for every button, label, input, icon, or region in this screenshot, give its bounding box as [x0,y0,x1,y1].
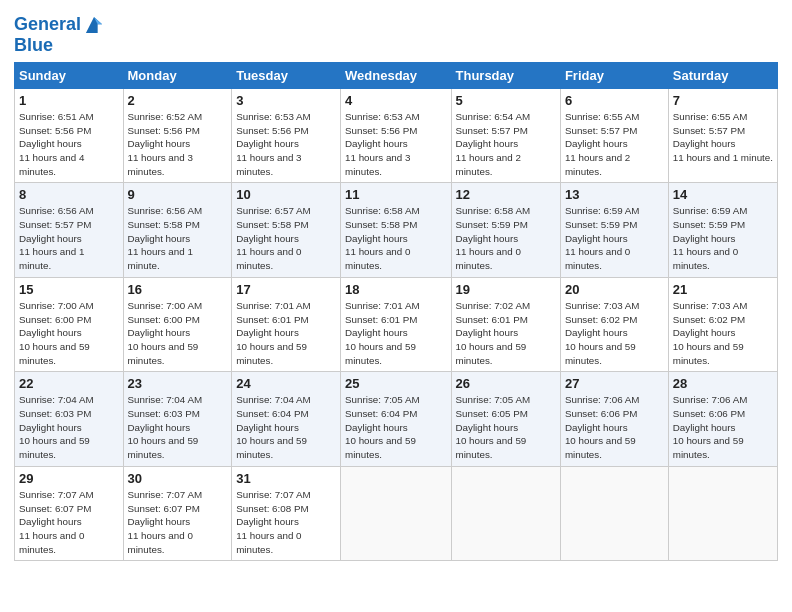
weekday-header-wednesday: Wednesday [341,62,451,88]
day-info: Sunrise: 7:05 AM Sunset: 6:05 PM Dayligh… [456,393,556,462]
calendar-day-7: 7 Sunrise: 6:55 AM Sunset: 5:57 PM Dayli… [668,88,777,183]
calendar-week-4: 22 Sunrise: 7:04 AM Sunset: 6:03 PM Dayl… [15,372,778,467]
day-info: Sunrise: 6:57 AM Sunset: 5:58 PM Dayligh… [236,204,336,273]
day-info: Sunrise: 6:52 AM Sunset: 5:56 PM Dayligh… [128,110,228,179]
calendar-day-21: 21 Sunrise: 7:03 AM Sunset: 6:02 PM Dayl… [668,277,777,372]
empty-cell [668,466,777,561]
day-number: 31 [236,471,336,486]
day-info: Sunrise: 6:54 AM Sunset: 5:57 PM Dayligh… [456,110,556,179]
calendar-day-6: 6 Sunrise: 6:55 AM Sunset: 5:57 PM Dayli… [560,88,668,183]
calendar-day-10: 10 Sunrise: 6:57 AM Sunset: 5:58 PM Dayl… [232,183,341,278]
calendar-day-28: 28 Sunrise: 7:06 AM Sunset: 6:06 PM Dayl… [668,372,777,467]
day-number: 27 [565,376,664,391]
day-number: 16 [128,282,228,297]
empty-cell [341,466,451,561]
calendar-day-17: 17 Sunrise: 7:01 AM Sunset: 6:01 PM Dayl… [232,277,341,372]
calendar-table: SundayMondayTuesdayWednesdayThursdayFrid… [14,62,778,562]
weekday-header-sunday: Sunday [15,62,124,88]
day-info: Sunrise: 7:01 AM Sunset: 6:01 PM Dayligh… [236,299,336,368]
logo: General Blue [14,14,105,56]
calendar-week-1: 1 Sunrise: 6:51 AM Sunset: 5:56 PM Dayli… [15,88,778,183]
weekday-header-tuesday: Tuesday [232,62,341,88]
empty-cell [560,466,668,561]
calendar-day-14: 14 Sunrise: 6:59 AM Sunset: 5:59 PM Dayl… [668,183,777,278]
day-info: Sunrise: 6:56 AM Sunset: 5:58 PM Dayligh… [128,204,228,273]
day-info: Sunrise: 6:51 AM Sunset: 5:56 PM Dayligh… [19,110,119,179]
day-number: 1 [19,93,119,108]
day-number: 7 [673,93,773,108]
calendar-day-15: 15 Sunrise: 7:00 AM Sunset: 6:00 PM Dayl… [15,277,124,372]
day-info: Sunrise: 6:58 AM Sunset: 5:58 PM Dayligh… [345,204,446,273]
svg-marker-0 [86,17,102,33]
day-info: Sunrise: 7:00 AM Sunset: 6:00 PM Dayligh… [19,299,119,368]
calendar-day-5: 5 Sunrise: 6:54 AM Sunset: 5:57 PM Dayli… [451,88,560,183]
day-number: 29 [19,471,119,486]
page-container: General Blue SundayMondayTuesdayWednesda… [0,0,792,571]
day-info: Sunrise: 7:03 AM Sunset: 6:02 PM Dayligh… [565,299,664,368]
day-number: 21 [673,282,773,297]
day-number: 4 [345,93,446,108]
day-number: 10 [236,187,336,202]
calendar-week-2: 8 Sunrise: 6:56 AM Sunset: 5:57 PM Dayli… [15,183,778,278]
day-info: Sunrise: 7:07 AM Sunset: 6:07 PM Dayligh… [19,488,119,557]
day-number: 3 [236,93,336,108]
day-info: Sunrise: 6:58 AM Sunset: 5:59 PM Dayligh… [456,204,556,273]
day-number: 19 [456,282,556,297]
calendar-day-1: 1 Sunrise: 6:51 AM Sunset: 5:56 PM Dayli… [15,88,124,183]
calendar-day-11: 11 Sunrise: 6:58 AM Sunset: 5:58 PM Dayl… [341,183,451,278]
day-number: 18 [345,282,446,297]
calendar-day-26: 26 Sunrise: 7:05 AM Sunset: 6:05 PM Dayl… [451,372,560,467]
day-number: 15 [19,282,119,297]
day-number: 28 [673,376,773,391]
day-info: Sunrise: 6:53 AM Sunset: 5:56 PM Dayligh… [236,110,336,179]
day-number: 12 [456,187,556,202]
day-info: Sunrise: 6:53 AM Sunset: 5:56 PM Dayligh… [345,110,446,179]
calendar-day-18: 18 Sunrise: 7:01 AM Sunset: 6:01 PM Dayl… [341,277,451,372]
calendar-day-24: 24 Sunrise: 7:04 AM Sunset: 6:04 PM Dayl… [232,372,341,467]
calendar-day-9: 9 Sunrise: 6:56 AM Sunset: 5:58 PM Dayli… [123,183,232,278]
day-number: 2 [128,93,228,108]
logo-blue: Blue [14,36,105,56]
calendar-day-25: 25 Sunrise: 7:05 AM Sunset: 6:04 PM Dayl… [341,372,451,467]
day-number: 5 [456,93,556,108]
calendar-day-4: 4 Sunrise: 6:53 AM Sunset: 5:56 PM Dayli… [341,88,451,183]
day-info: Sunrise: 6:55 AM Sunset: 5:57 PM Dayligh… [565,110,664,179]
calendar-day-16: 16 Sunrise: 7:00 AM Sunset: 6:00 PM Dayl… [123,277,232,372]
day-info: Sunrise: 6:55 AM Sunset: 5:57 PM Dayligh… [673,110,773,165]
calendar-day-20: 20 Sunrise: 7:03 AM Sunset: 6:02 PM Dayl… [560,277,668,372]
day-number: 23 [128,376,228,391]
calendar-day-27: 27 Sunrise: 7:06 AM Sunset: 6:06 PM Dayl… [560,372,668,467]
day-info: Sunrise: 7:04 AM Sunset: 6:03 PM Dayligh… [19,393,119,462]
day-info: Sunrise: 7:07 AM Sunset: 6:07 PM Dayligh… [128,488,228,557]
day-number: 26 [456,376,556,391]
day-info: Sunrise: 6:59 AM Sunset: 5:59 PM Dayligh… [673,204,773,273]
day-info: Sunrise: 7:02 AM Sunset: 6:01 PM Dayligh… [456,299,556,368]
day-number: 24 [236,376,336,391]
day-number: 30 [128,471,228,486]
calendar-week-5: 29 Sunrise: 7:07 AM Sunset: 6:07 PM Dayl… [15,466,778,561]
day-number: 20 [565,282,664,297]
day-info: Sunrise: 7:00 AM Sunset: 6:00 PM Dayligh… [128,299,228,368]
calendar-day-19: 19 Sunrise: 7:02 AM Sunset: 6:01 PM Dayl… [451,277,560,372]
day-number: 6 [565,93,664,108]
calendar-day-8: 8 Sunrise: 6:56 AM Sunset: 5:57 PM Dayli… [15,183,124,278]
calendar-day-23: 23 Sunrise: 7:04 AM Sunset: 6:03 PM Dayl… [123,372,232,467]
calendar-day-29: 29 Sunrise: 7:07 AM Sunset: 6:07 PM Dayl… [15,466,124,561]
weekday-header-thursday: Thursday [451,62,560,88]
calendar-day-2: 2 Sunrise: 6:52 AM Sunset: 5:56 PM Dayli… [123,88,232,183]
day-info: Sunrise: 7:01 AM Sunset: 6:01 PM Dayligh… [345,299,446,368]
day-number: 9 [128,187,228,202]
calendar-day-3: 3 Sunrise: 6:53 AM Sunset: 5:56 PM Dayli… [232,88,341,183]
calendar-day-13: 13 Sunrise: 6:59 AM Sunset: 5:59 PM Dayl… [560,183,668,278]
day-info: Sunrise: 7:06 AM Sunset: 6:06 PM Dayligh… [673,393,773,462]
day-number: 8 [19,187,119,202]
weekday-header-friday: Friday [560,62,668,88]
day-info: Sunrise: 7:04 AM Sunset: 6:04 PM Dayligh… [236,393,336,462]
calendar-day-12: 12 Sunrise: 6:58 AM Sunset: 5:59 PM Dayl… [451,183,560,278]
day-number: 13 [565,187,664,202]
day-info: Sunrise: 6:56 AM Sunset: 5:57 PM Dayligh… [19,204,119,273]
day-info: Sunrise: 7:04 AM Sunset: 6:03 PM Dayligh… [128,393,228,462]
weekday-header-saturday: Saturday [668,62,777,88]
weekday-header-row: SundayMondayTuesdayWednesdayThursdayFrid… [15,62,778,88]
logo-text: General [14,15,81,35]
